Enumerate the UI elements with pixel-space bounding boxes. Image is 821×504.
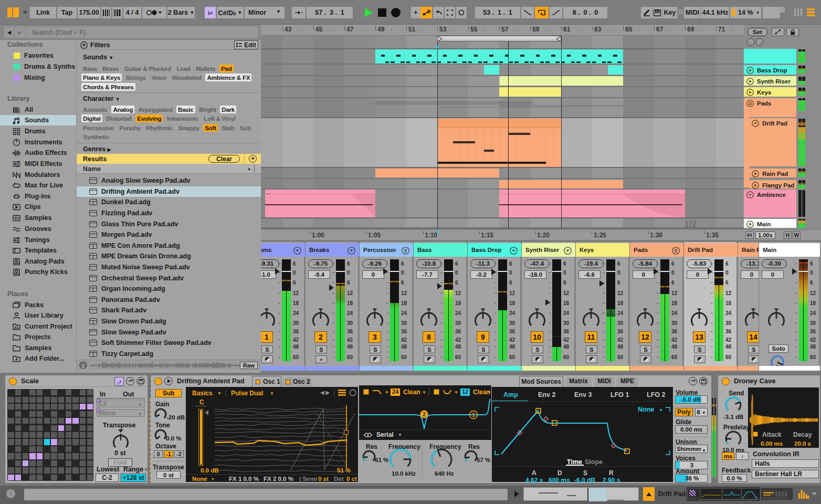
svg-text:1: 1 [472,412,475,418]
svg-text:2: 2 [423,412,426,417]
